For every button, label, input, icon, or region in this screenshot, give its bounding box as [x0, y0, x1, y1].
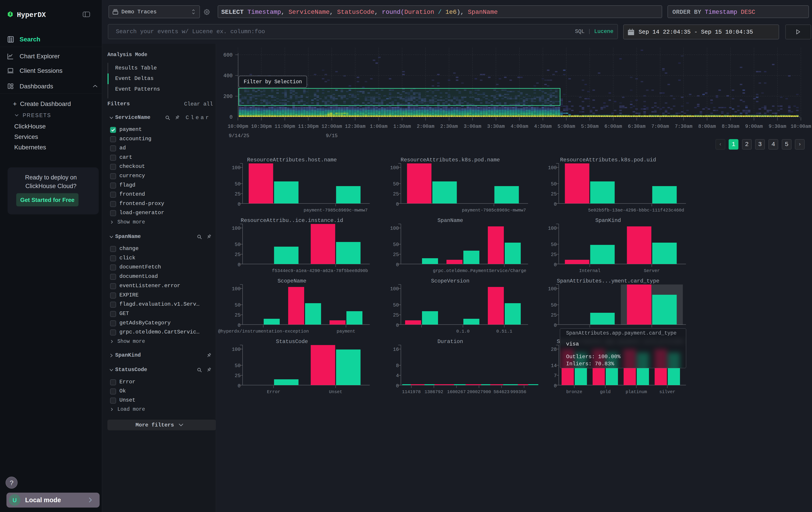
- svg-text:0: 0: [554, 323, 557, 328]
- svg-text:100: 100: [232, 347, 240, 352]
- svg-text:ResourceAttributes.host.name: ResourceAttributes.host.name: [247, 157, 337, 163]
- svg-text:payment-7985c8969c-mwmw7: payment-7985c8969c-mwmw7: [303, 208, 368, 213]
- svg-text:25: 25: [235, 252, 240, 258]
- svg-text:25: 25: [551, 191, 557, 197]
- svg-text:grpc.oteldemo.PaymentService/C: grpc.oteldemo.PaymentService/Charge: [433, 268, 526, 273]
- svg-text:25: 25: [393, 191, 399, 197]
- svg-text:7:00am: 7:00am: [651, 124, 669, 129]
- svg-text:100: 100: [390, 226, 399, 231]
- svg-text:400: 400: [224, 73, 233, 79]
- svg-text:2:00am: 2:00am: [417, 124, 434, 129]
- svg-text:25: 25: [235, 191, 240, 197]
- svg-text:0: 0: [554, 202, 557, 207]
- svg-text:50: 50: [235, 242, 240, 247]
- svg-text:SpanKind: SpanKind: [595, 217, 621, 223]
- svg-text:1141978: 1141978: [402, 389, 421, 395]
- svg-text:Server: Server: [644, 268, 660, 273]
- svg-text:9:00am: 9:00am: [745, 124, 763, 129]
- svg-text:12:30am: 12:30am: [345, 124, 365, 129]
- svg-text:StatusCode: StatusCode: [276, 339, 308, 345]
- svg-text:0: 0: [554, 383, 557, 389]
- svg-text:1600267: 1600267: [447, 389, 466, 395]
- svg-text:25: 25: [551, 313, 557, 318]
- svg-text:0.51.1: 0.51.1: [496, 329, 512, 334]
- svg-text:584623: 584623: [494, 389, 510, 395]
- svg-text:100: 100: [548, 286, 557, 292]
- svg-text:5:30am: 5:30am: [581, 124, 599, 129]
- svg-text:100: 100: [390, 165, 399, 171]
- svg-text:3:30am: 3:30am: [487, 124, 505, 129]
- svg-text:5e02b5fb-13ae-4296-bbbc-111f42: 5e02b5fb-13ae-4296-bbbc-111f423c460d: [588, 208, 684, 213]
- svg-text:4:00am: 4:00am: [511, 124, 528, 129]
- svg-text:12:00am: 12:00am: [321, 124, 342, 129]
- svg-text:Internal: Internal: [579, 268, 600, 273]
- svg-text:0: 0: [396, 323, 399, 328]
- svg-text:0: 0: [238, 323, 240, 328]
- svg-text:7: 7: [554, 373, 557, 379]
- svg-text:payment: payment: [337, 329, 355, 334]
- svg-text:50: 50: [235, 182, 240, 187]
- svg-text:100: 100: [232, 165, 240, 171]
- svg-text:payment-7985c8969c-mwmw7: payment-7985c8969c-mwmw7: [462, 208, 526, 213]
- svg-text:1386792: 1386792: [425, 389, 443, 395]
- svg-text:600: 600: [224, 52, 233, 58]
- svg-text:0: 0: [238, 383, 240, 389]
- svg-text:50: 50: [551, 242, 557, 247]
- svg-text:50: 50: [551, 302, 557, 308]
- svg-text:0.1.0: 0.1.0: [456, 329, 470, 334]
- svg-text:999356: 999356: [510, 389, 526, 395]
- svg-text:4: 4: [396, 373, 399, 379]
- svg-text:25: 25: [551, 252, 557, 258]
- svg-text:1:30am: 1:30am: [393, 124, 411, 129]
- svg-text:9:30am: 9:30am: [768, 124, 786, 129]
- svg-text:ResourceAttribu..ice.instance.: ResourceAttribu..ice.instance.id: [241, 217, 343, 223]
- svg-text:2:30am: 2:30am: [440, 124, 458, 129]
- svg-text:Duration: Duration: [437, 339, 463, 345]
- svg-text:9/15: 9/15: [326, 133, 338, 139]
- svg-text:25: 25: [235, 373, 240, 379]
- svg-text:10:30pm: 10:30pm: [251, 124, 271, 129]
- svg-text:50: 50: [235, 302, 240, 308]
- svg-text:16: 16: [393, 347, 399, 352]
- svg-text:10:00pm: 10:00pm: [228, 124, 248, 129]
- svg-text:6:00am: 6:00am: [604, 124, 622, 129]
- svg-text:200027900: 200027900: [467, 389, 491, 395]
- svg-text:f5344ec9-a1ea-4290-a62a-78f5be: f5344ec9-a1ea-4290-a62a-78f5bee8d90b: [272, 268, 368, 273]
- svg-text:@hyperdx/instrumentation-excep: @hyperdx/instrumentation-exception: [218, 329, 309, 334]
- svg-text:bronze: bronze: [566, 389, 582, 395]
- svg-text:200: 200: [224, 94, 233, 100]
- svg-text:0: 0: [238, 262, 240, 268]
- svg-text:50: 50: [393, 182, 399, 187]
- svg-text:ScopeName: ScopeName: [278, 278, 307, 284]
- svg-text:11:00pm: 11:00pm: [274, 124, 295, 129]
- svg-text:0: 0: [396, 202, 399, 207]
- svg-text:8:00am: 8:00am: [698, 124, 716, 129]
- svg-text:gold: gold: [600, 389, 611, 395]
- svg-text:5:00am: 5:00am: [557, 124, 575, 129]
- svg-text:50: 50: [235, 363, 240, 369]
- svg-text:25: 25: [235, 313, 240, 318]
- svg-text:SpanName: SpanName: [437, 217, 463, 223]
- svg-text:28: 28: [551, 347, 557, 352]
- svg-text:7:30am: 7:30am: [675, 124, 692, 129]
- svg-text:11:30pm: 11:30pm: [298, 124, 318, 129]
- svg-text:25: 25: [393, 252, 399, 258]
- svg-text:50: 50: [393, 242, 399, 247]
- svg-text:ResourceAttributes.k8s.pod.uid: ResourceAttributes.k8s.pod.uid: [560, 157, 656, 163]
- svg-text:8:30am: 8:30am: [722, 124, 739, 129]
- svg-text:100: 100: [548, 165, 557, 171]
- svg-text:100: 100: [232, 286, 240, 292]
- svg-text:platinum: platinum: [626, 389, 647, 395]
- svg-text:SpanAttributes...yment.card_ty: SpanAttributes...yment.card_type: [557, 278, 660, 284]
- svg-text:Error: Error: [267, 389, 280, 395]
- svg-text:50: 50: [551, 182, 557, 187]
- svg-text:0: 0: [396, 262, 399, 268]
- svg-text:50: 50: [393, 302, 399, 308]
- svg-text:100: 100: [548, 226, 557, 231]
- svg-text:25: 25: [393, 313, 399, 318]
- svg-text:0: 0: [554, 262, 557, 268]
- svg-text:1:00am: 1:00am: [370, 124, 387, 129]
- svg-text:9/14/25: 9/14/25: [229, 133, 249, 139]
- svg-text:ScopeVersion: ScopeVersion: [431, 278, 470, 284]
- svg-text:silver: silver: [659, 389, 675, 395]
